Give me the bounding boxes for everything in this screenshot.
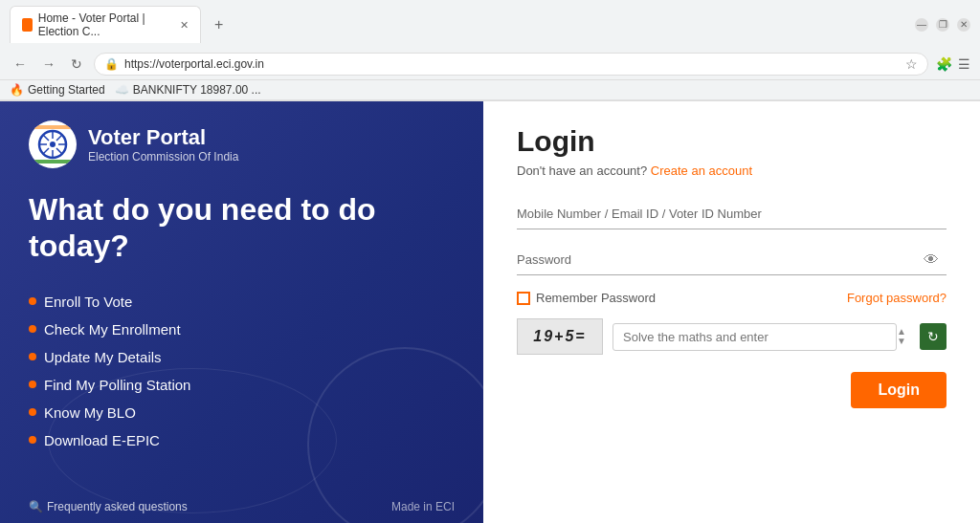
captcha-input[interactable] (612, 323, 897, 351)
menu-label: Update My Details (44, 349, 162, 365)
right-panel: Login Don't have an account? Create an a… (483, 101, 980, 523)
forgot-password-link[interactable]: Forgot password? (847, 291, 947, 305)
menu-item-blo[interactable]: Know My BLO (29, 399, 455, 426)
eci-logo (29, 120, 77, 168)
userid-input[interactable] (517, 199, 947, 229)
svg-rect-12 (32, 160, 74, 163)
window-controls: — ❐ ✕ (915, 18, 970, 32)
login-button[interactable]: Login (851, 372, 947, 408)
bullet-icon (29, 436, 36, 444)
tab-favicon (22, 18, 33, 32)
page-content: Voter Portal Election Commission Of Indi… (0, 101, 980, 523)
tab-close-button[interactable]: ✕ (180, 19, 189, 32)
captcha-arrows: ▲ ▼ (897, 327, 906, 346)
browser-chrome: Home - Voter Portal | Election C... ✕ + … (0, 0, 980, 101)
bullet-icon (29, 381, 36, 388)
close-button[interactable]: ✕ (957, 18, 970, 32)
svg-point-2 (50, 142, 56, 147)
captcha-image: 19+5= (517, 318, 603, 355)
back-button[interactable]: ← (10, 54, 31, 74)
bullet-icon (29, 297, 36, 305)
address-bar[interactable]: 🔒 https://voterportal.eci.gov.in ☆ (94, 53, 928, 76)
bullet-icon (29, 353, 36, 360)
portal-header: Voter Portal Election Commission Of Indi… (29, 120, 455, 168)
captcha-row: 19+5= ▲ ▼ ↻ (517, 318, 947, 355)
portal-subtitle: Election Commission Of India (88, 150, 238, 163)
create-account-link[interactable]: Create an account (651, 163, 752, 178)
bookmarks-bar: 🔥 Getting Started ☁️ BANKNIFTY 18987.00 … (0, 80, 980, 100)
password-wrapper: 👁 (517, 245, 947, 275)
extensions-button[interactable]: 🧩 (936, 56, 952, 72)
refresh-button[interactable]: ↻ (67, 54, 86, 74)
menu-item-enroll[interactable]: Enroll To Vote (29, 288, 455, 316)
remember-forgot-row: Remember Password Forgot password? (517, 291, 947, 305)
browser-tab[interactable]: Home - Voter Portal | Election C... ✕ (10, 6, 201, 43)
userid-form-group (517, 199, 947, 229)
remember-checkbox[interactable] (517, 292, 530, 305)
menu-label: Download E-EPIC (44, 432, 160, 448)
menu-item-check-enrollment[interactable]: Check My Enrollment (29, 316, 455, 343)
menu-label: Check My Enrollment (44, 321, 181, 338)
remember-text: Remember Password (536, 291, 656, 305)
new-tab-button[interactable]: + (209, 16, 229, 33)
bookmark-icon[interactable]: ☆ (905, 56, 918, 72)
bullet-icon (29, 408, 36, 416)
url-text: https://voterportal.eci.gov.in (124, 57, 900, 71)
left-footer: 🔍 Frequently asked questions Made in ECI (29, 500, 455, 513)
minimize-button[interactable]: — (915, 18, 928, 32)
menu-label: Enroll To Vote (44, 294, 132, 310)
menu-item-epic[interactable]: Download E-EPIC (29, 426, 455, 454)
password-input[interactable] (517, 245, 947, 275)
captcha-refresh-button[interactable]: ↻ (920, 323, 947, 350)
captcha-down-arrow[interactable]: ▼ (897, 337, 906, 346)
bullet-icon (29, 325, 36, 333)
menu-list: Enroll To Vote Check My Enrollment Updat… (29, 288, 455, 454)
remember-label[interactable]: Remember Password (517, 291, 656, 305)
captcha-input-wrapper: ▲ ▼ (612, 323, 910, 351)
made-in-eci-text: Made in ECI (391, 500, 455, 513)
password-form-group: 👁 (517, 245, 947, 275)
maximize-button[interactable]: ❐ (936, 18, 949, 32)
create-account-line: Don't have an account? Create an account (517, 163, 947, 178)
tagline: What do you need to do today? (29, 191, 455, 265)
toolbar-icons: 🧩 ☰ (936, 56, 970, 72)
portal-name: Voter Portal (88, 125, 238, 150)
lock-icon: 🔒 (104, 57, 119, 71)
menu-label: Know My BLO (44, 404, 136, 421)
svg-rect-11 (32, 125, 74, 129)
faq-link[interactable]: 🔍 Frequently asked questions (29, 500, 188, 513)
tab-title: Home - Voter Portal | Election C... (38, 11, 170, 38)
bookmark-getting-started[interactable]: 🔥 Getting Started (10, 83, 105, 97)
menu-label: Find My Polling Station (44, 377, 190, 393)
menu-item-polling-station[interactable]: Find My Polling Station (29, 371, 455, 399)
left-panel: Voter Portal Election Commission Of Indi… (0, 101, 483, 523)
no-account-text: Don't have an account? (517, 163, 647, 178)
bookmark-banknifty[interactable]: ☁️ BANKNIFTY 18987.00 ... (115, 83, 261, 97)
menu-item-update-details[interactable]: Update My Details (29, 343, 455, 371)
forward-button[interactable]: → (38, 54, 59, 74)
titlebar: Home - Voter Portal | Election C... ✕ + … (0, 0, 980, 49)
eye-icon[interactable]: 👁 (924, 251, 939, 269)
portal-title: Voter Portal Election Commission Of Indi… (88, 125, 238, 163)
menu-button[interactable]: ☰ (958, 56, 970, 72)
browser-toolbar: ← → ↻ 🔒 https://voterportal.eci.gov.in ☆… (0, 49, 980, 80)
login-title: Login (517, 125, 947, 158)
